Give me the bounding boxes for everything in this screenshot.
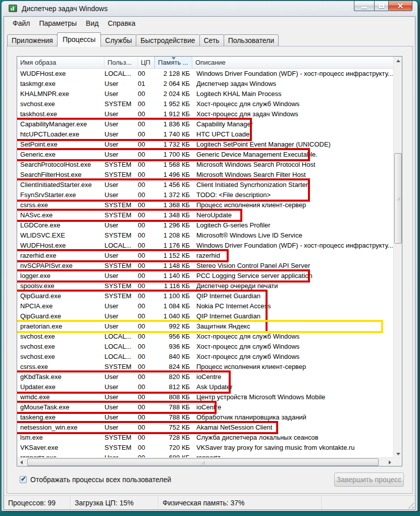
process-row[interactable]: svchost.exeLOCAL...00840 КБХост-процесс … <box>17 352 394 362</box>
client-area: Файл Параметры Вид Справка ПриложенияПро… <box>4 16 415 510</box>
cell-desc: TODO: <File description> <box>192 190 394 200</box>
process-row[interactable]: QipGuard.exeSYSTEM001 100 КБQIP Internet… <box>17 291 394 301</box>
process-row[interactable]: spoolsv.exeSYSTEM001 116 КБДиспетчер оче… <box>17 281 394 291</box>
close-button[interactable]: ✕ <box>389 1 412 11</box>
tab-Службы[interactable]: Службы <box>100 34 136 47</box>
process-row[interactable]: WUDFHost.exeLOCAL...002 128 КБWindows Dr… <box>17 69 394 79</box>
process-row[interactable]: gMouseTask.exeUser00788 КБioCentre <box>17 402 394 412</box>
process-row[interactable]: WUDFHost.exeLOCAL...001 176 КБWindows Dr… <box>17 241 394 251</box>
process-row[interactable]: Generic.exeUser001 700 КБGeneric Device … <box>17 150 394 160</box>
process-row[interactable]: csrss.exeSYSTEM001 368 КБПроцесс исполне… <box>17 200 394 210</box>
process-row[interactable]: NPCIA.exeUser001 084 КБNokia PC Internet… <box>17 301 394 311</box>
horizontal-scrollbar[interactable] <box>17 457 394 466</box>
column-header-memory[interactable]: Память ... <box>154 57 192 68</box>
cell-desc: Ask Updater <box>192 382 394 392</box>
cell-mem: 1 836 КБ <box>154 119 192 129</box>
cell-mem: 2 024 КБ <box>154 89 192 99</box>
process-row[interactable]: logger.exeUser001 140 КБPCC Logging Serv… <box>17 271 394 281</box>
process-row[interactable]: CapabilityManager.exeUser001 836 КБCapab… <box>17 119 394 129</box>
cell-user: User <box>104 251 138 261</box>
process-row[interactable]: VKSaver.exeSYSTEM00720 КБVKSaver tray pr… <box>17 443 394 453</box>
process-row[interactable]: taskhost.exeUser001 912 КБХост-процесс д… <box>17 109 394 119</box>
process-row[interactable]: SearchProtocolHost.exeSYSTEM001 568 КБMi… <box>17 160 394 170</box>
tab-Сеть[interactable]: Сеть <box>199 34 224 47</box>
process-row[interactable]: nvSCPAPISvr.exeSYSTEM001 148 КБStereo Vi… <box>17 261 394 271</box>
vertical-scrollbar-thumb[interactable] <box>394 153 402 244</box>
cell-cpu: 00 <box>138 139 154 150</box>
tab-Процессы[interactable]: Процессы <box>57 32 101 47</box>
process-row[interactable]: ClientInitiatedStarter.exeUser001 456 КБ… <box>17 180 394 190</box>
cell-cpu: 00 <box>138 281 154 291</box>
menu-item-options[interactable]: Параметры <box>34 18 81 29</box>
cell-name: netsession_win.exe <box>17 423 104 433</box>
processes-tab-page: Имя образа Польз... ЦП Память ... Описан… <box>7 46 413 494</box>
process-row[interactable]: svchost.exeLOCAL...00936 КБХост-процесс … <box>17 342 394 352</box>
cell-user: SYSTEM <box>104 281 138 291</box>
column-header-image-name[interactable]: Имя образа <box>17 57 104 68</box>
tab-Пользователи[interactable]: Пользователи <box>224 34 279 47</box>
cell-desc: Windows Driver Foundation (WDF) - хост-п… <box>192 241 394 251</box>
horizontal-scrollbar-thumb[interactable] <box>27 458 379 466</box>
process-row[interactable]: WLIDSVC.EXESYSTEM001 208 КБMicrosoft® Wi… <box>17 230 394 241</box>
process-row[interactable]: SearchFilterHost.exeSYSTEM001 496 КБMicr… <box>17 170 394 180</box>
process-row[interactable]: svchost.exeLOCAL...00956 КБХост-процесс … <box>17 332 394 342</box>
cell-desc: Центр устройств Microsoft Windows Mobile <box>192 392 394 402</box>
process-row[interactable]: FsynSrvStarter.exeUser001 372 КБTODO: <F… <box>17 190 394 200</box>
cell-mem: 1 296 КБ <box>154 220 192 230</box>
process-row[interactable]: SetPoint.exeUser001 732 КБLogitech SetPo… <box>17 139 394 150</box>
process-row[interactable]: QipGuard.exeUser001 040 КБQIP Internet G… <box>17 311 394 321</box>
cell-user: User <box>104 180 138 190</box>
title-bar[interactable]: Диспетчер задач Windows ✕ <box>2 1 417 16</box>
cell-user: User <box>104 423 138 433</box>
process-row[interactable]: wmdc.exeUser00808 КБЦентр устройств Micr… <box>17 392 394 402</box>
process-row[interactable]: LGDCore.exeUser001 296 КБLogitech G-seri… <box>17 220 394 230</box>
cell-name: QipGuard.exe <box>17 311 104 321</box>
cell-user: User <box>104 412 138 423</box>
process-row[interactable]: praetorian.exeUser00992 КБЗащитник Яндек… <box>17 321 394 332</box>
cell-name: htcUPCTLoader.exe <box>17 129 104 139</box>
cell-mem: 788 КБ <box>154 402 192 412</box>
process-row[interactable]: taskeng.exeUser00788 КБОбработчик планир… <box>17 412 394 423</box>
process-row[interactable]: NASvc.exeSYSTEM001 348 КБNeroUpdate <box>17 210 394 220</box>
menu-item-help[interactable]: Справка <box>103 18 140 29</box>
cell-user: User <box>104 372 138 382</box>
cell-desc: ioCentre <box>192 372 394 382</box>
process-row[interactable]: Updater.exeUser00812 КБAsk Updater <box>17 382 394 392</box>
vertical-scrollbar[interactable] <box>393 57 402 458</box>
column-header-description[interactable]: Описание <box>192 57 394 68</box>
process-row[interactable]: taskmgr.exeUser012 064 КБДиспетчер задач… <box>17 79 394 89</box>
process-row[interactable]: netsession_win.exeUser00752 КБAkamai Net… <box>17 423 394 433</box>
cell-mem: 1 368 КБ <box>154 200 192 210</box>
process-row[interactable]: htcUPCTLoader.exeUser001 740 КБHTC UPCT … <box>17 129 394 139</box>
scroll-left-button[interactable] <box>17 458 26 466</box>
tab-Быстродействие[interactable]: Быстродействие <box>136 34 199 47</box>
cell-cpu: 00 <box>138 200 154 210</box>
process-row[interactable]: csrss.exeSYSTEM00824 КБПроцесс исполнени… <box>17 362 394 372</box>
process-row[interactable]: razerhid.exeUser001 152 КБrazerhid <box>17 251 394 261</box>
column-header-user[interactable]: Польз... <box>104 57 138 68</box>
process-row[interactable]: lsm.exeSYSTEM00728 КБСлужба диспетчера л… <box>17 433 394 443</box>
cell-name: SearchProtocolHost.exe <box>17 160 104 170</box>
window-title: Диспетчер задач Windows <box>22 5 108 13</box>
resize-grip[interactable] <box>407 502 414 508</box>
column-header-cpu[interactable]: ЦП <box>138 57 154 68</box>
end-process-button[interactable]: Завершить процесс <box>334 473 404 487</box>
cell-cpu: 00 <box>138 119 154 129</box>
cell-mem: 824 КБ <box>154 362 192 372</box>
scroll-up-button[interactable] <box>394 57 402 65</box>
process-row[interactable]: gKbdTask.exeUser00820 КБioCentre <box>17 372 394 382</box>
menu-item-file[interactable]: Файл <box>8 18 34 29</box>
cell-cpu: 00 <box>138 362 154 372</box>
minimize-button[interactable] <box>354 1 374 11</box>
tab-Приложения[interactable]: Приложения <box>7 34 58 47</box>
process-row[interactable]: svchost.exeSYSTEM001 952 КБХост-процесс … <box>17 99 394 109</box>
process-row[interactable]: KHALMNPR.exeUser002 024 КБLogitech KHAL … <box>17 89 394 99</box>
status-empty-pane <box>322 496 415 509</box>
maximize-button[interactable] <box>374 1 389 11</box>
cell-cpu: 00 <box>138 311 154 321</box>
show-all-users-checkbox[interactable]: ✔ <box>20 476 27 483</box>
menu-item-view[interactable]: Вид <box>81 18 103 29</box>
cell-user: User <box>104 271 138 281</box>
cell-desc: Capability Manager <box>192 119 394 129</box>
cell-cpu: 01 <box>138 79 154 89</box>
